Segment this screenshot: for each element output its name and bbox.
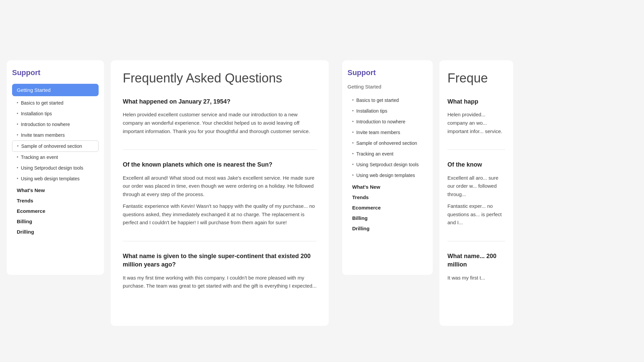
panel-1: Support Getting Started • Basics to get … — [0, 60, 335, 326]
bullet-icon: • — [17, 155, 18, 160]
page-wrapper: Support Getting Started • Basics to get … — [0, 0, 644, 362]
faq-item-p3: What name... 200 million It was my first… — [447, 252, 505, 296]
bullet-icon: • — [352, 162, 354, 167]
faq-question-3: What name is given to the single super-c… — [123, 252, 317, 269]
sidebar-item-installation-2[interactable]: • Installation tips — [347, 106, 427, 116]
bullet-icon: • — [17, 133, 18, 137]
faq-question-p2: Of the know — [447, 161, 505, 169]
bullet-icon: • — [352, 98, 354, 103]
sidebar-item-basics-1[interactable]: • Basics to get started — [12, 98, 99, 108]
faq-answer-p2-2: Fantastic exper... no questions as... is… — [447, 202, 505, 227]
faq-question-1: What happened on January 27, 1954? — [123, 98, 317, 106]
bullet-icon: • — [352, 109, 354, 113]
sidebar-section-drilling-1[interactable]: Drilling — [12, 226, 99, 236]
faq-answer-p1-1: Helen provided... company an wo... impor… — [447, 111, 505, 135]
sidebar-section-billing-2[interactable]: Billing — [347, 212, 427, 222]
sidebar-2: Support Getting Started • Basics to get … — [342, 60, 433, 275]
sidebar-item-installation-1[interactable]: • Installation tips — [12, 108, 99, 119]
faq-item-1: What happened on January 27, 1954? Helen… — [123, 98, 317, 150]
faq-answer-p2-1: Excellent all aro... sure our order w...… — [447, 174, 505, 199]
bullet-icon: • — [352, 119, 354, 124]
sidebar-item-invite-2[interactable]: • Invite team members — [347, 127, 427, 138]
sidebar-item-setproduct-1[interactable]: • Using Setproduct design tools — [12, 163, 99, 173]
sidebar-section-drilling-2[interactable]: Drilling — [347, 222, 427, 233]
panel-2: Support Getting Started • Basics to get … — [335, 60, 513, 326]
sidebar-item-sample-2[interactable]: • Sample of onhovered section — [347, 138, 427, 148]
bullet-icon: • — [17, 101, 18, 105]
bullet-icon: • — [352, 130, 354, 135]
faq-title-1: Frequently Asked Questions — [123, 71, 317, 85]
sidebar-section-trends-2[interactable]: Trends — [347, 191, 427, 201]
sidebar-section-ecommerce-2[interactable]: Ecommerce — [347, 201, 427, 212]
faq-question-p3: What name... 200 million — [447, 252, 505, 269]
faq-question-p1: What happ — [447, 98, 505, 106]
faq-question-2: Of the known planets which one is neares… — [123, 161, 317, 169]
faq-item-2: Of the known planets which one is neares… — [123, 161, 317, 241]
sidebar-item-webdesign-2[interactable]: • Using web design templates — [347, 170, 427, 181]
sidebar-item-invite-1[interactable]: • Invite team members — [12, 130, 99, 140]
faq-answer-3-1: It was my first time working with this c… — [123, 274, 317, 291]
sidebar-title-2: Support — [347, 68, 427, 77]
columns-container: Support Getting Started • Basics to get … — [0, 60, 644, 326]
bullet-icon: • — [17, 176, 18, 181]
sidebar-item-introduction-1[interactable]: • Introduction to nowhere — [12, 119, 99, 130]
faq-item-3: What name is given to the single super-c… — [123, 252, 317, 304]
bullet-icon: • — [352, 173, 354, 178]
sidebar-item-introduction-2[interactable]: • Introduction to nowhere — [347, 116, 427, 127]
faq-title-2: Freque — [447, 71, 505, 85]
sidebar-item-tracking-1[interactable]: • Tracking an event — [12, 152, 99, 163]
sidebar-title-1: Support — [12, 68, 99, 77]
sidebar-item-basics-2[interactable]: • Basics to get started — [347, 95, 427, 106]
faq-answer-2-1: Excellent all around! What stood out mos… — [123, 174, 317, 199]
faq-section-2: Freque What happ Helen provided... compa… — [439, 60, 513, 326]
bullet-icon: • — [17, 122, 18, 127]
faq-item-p2: Of the know Excellent all aro... sure ou… — [447, 161, 505, 241]
sidebar-getting-started-2[interactable]: Getting Started — [347, 84, 427, 89]
bullet-icon: • — [352, 141, 354, 145]
sidebar-item-webdesign-1[interactable]: • Using web design templates — [12, 173, 99, 184]
faq-answer-1-1: Helen provided excellent customer servic… — [123, 111, 317, 135]
sidebar-section-billing-1[interactable]: Billing — [12, 215, 99, 226]
faq-section-1: Frequently Asked Questions What happened… — [111, 60, 329, 326]
sidebar-active-section-1[interactable]: Getting Started — [12, 84, 99, 96]
sidebar-item-tracking-2[interactable]: • Tracking an event — [347, 148, 427, 159]
sidebar-item-sample-1[interactable]: • Sample of onhovered section — [12, 140, 99, 152]
sidebar-section-ecommerce-1[interactable]: Ecommerce — [12, 205, 99, 215]
bullet-icon: • — [17, 144, 18, 148]
sidebar-1: Support Getting Started • Basics to get … — [7, 60, 104, 275]
sidebar-item-setproduct-2[interactable]: • Using Setproduct design tools — [347, 159, 427, 170]
sidebar-section-whatsnew-2[interactable]: What's New — [347, 181, 427, 191]
faq-item-p1: What happ Helen provided... company an w… — [447, 98, 505, 150]
bullet-icon: • — [17, 166, 18, 170]
bullet-icon: • — [352, 152, 354, 156]
faq-answer-2-2: Fantastic experience with Kevin! Wasn't … — [123, 202, 317, 227]
bullet-icon: • — [17, 111, 18, 116]
sidebar-section-trends-1[interactable]: Trends — [12, 194, 99, 205]
faq-answer-p3-1: It was my first t... — [447, 274, 505, 282]
sidebar-section-whatsnew-1[interactable]: What's New — [12, 184, 99, 194]
